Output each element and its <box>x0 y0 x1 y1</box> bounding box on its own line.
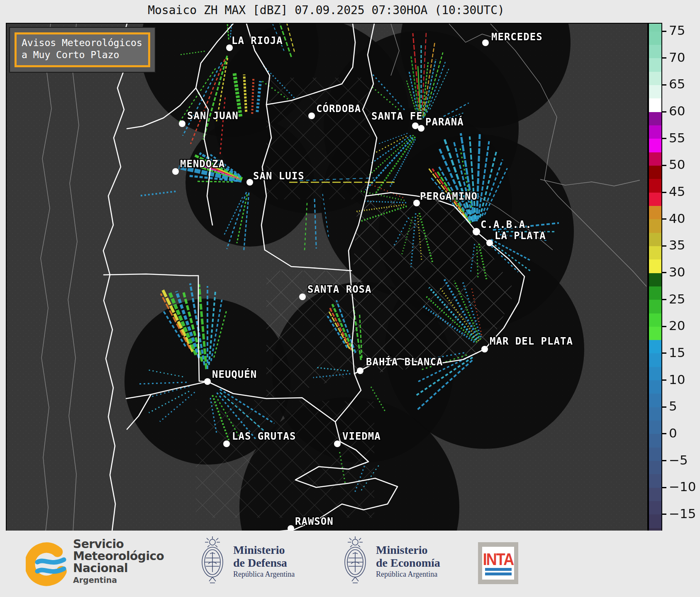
dbz-colorbar <box>648 23 662 531</box>
colorbar-band <box>649 219 661 233</box>
colorbar-band <box>649 501 661 514</box>
argentina-crest-icon <box>340 535 370 588</box>
colorbar-tick-label: 25 <box>669 291 685 306</box>
warning-box[interactable]: Avisos Meteorológicos a Muy Corto Plazo <box>10 28 155 72</box>
city-label: SAN JUAN <box>187 110 239 122</box>
colorbar-band <box>649 98 661 112</box>
city-label: PARANÁ <box>425 116 464 128</box>
ministerio-economia-block: Ministerio de Economía República Argenti… <box>340 535 440 588</box>
colorbar-tick <box>661 245 666 247</box>
colorbar-band <box>649 514 661 528</box>
colorbar-band <box>649 125 661 139</box>
colorbar-band <box>649 31 661 45</box>
city-label: CÓRDOBA <box>316 102 361 115</box>
colorbar-band <box>649 313 661 327</box>
colorbar-band <box>649 353 661 367</box>
colorbar-band <box>649 461 661 475</box>
city-label: SAN LUIS <box>253 170 305 182</box>
economia-line-1: Ministerio <box>376 544 440 557</box>
colorbar-tick <box>661 218 666 220</box>
city-label: SANTA ROSA <box>307 284 372 295</box>
colorbar-tick <box>661 57 666 59</box>
city-label: MAR DEL PLATA <box>490 335 573 347</box>
colorbar-tick-label: 20 <box>669 318 685 333</box>
colorbar-tick-label: 30 <box>669 264 685 279</box>
city-label: LA PLATA <box>495 230 546 242</box>
colorbar-tick-label: 75 <box>669 23 685 38</box>
city-dot-viedma <box>334 440 341 447</box>
argentina-crest-icon <box>198 535 227 588</box>
colorbar-tick <box>661 460 666 461</box>
colorbar-tick-label: −15 <box>669 506 696 521</box>
smn-sub: Argentina <box>73 575 164 585</box>
colorbar-tick <box>661 379 666 381</box>
inta-logo-inner: INTA <box>482 547 514 580</box>
city-dot-santa-rosa <box>299 294 306 300</box>
colorbar-band <box>649 487 661 501</box>
colorbar-band <box>649 447 661 461</box>
colorbar-tick-label: 65 <box>669 76 685 91</box>
city-label: MENDOZA <box>180 158 225 170</box>
colorbar-tick <box>661 433 666 434</box>
colorbar-band <box>649 259 661 273</box>
city-label: NEUQUÉN <box>212 368 257 380</box>
colorbar-tick-label: 40 <box>669 211 685 226</box>
ministerio-defensa-text: Ministerio de Defensa República Argentin… <box>233 544 295 579</box>
colorbar-tick-label: 35 <box>669 237 685 252</box>
colorbar-band <box>649 300 661 313</box>
colorbar-tick-label: 55 <box>669 130 685 145</box>
colorbar-band <box>649 421 661 434</box>
colorbar-band <box>649 192 661 206</box>
smn-text: Servicio Meteorológico Nacional Argentin… <box>73 538 164 590</box>
city-dot-mar-del-plata <box>481 346 488 352</box>
colorbar-band <box>649 24 661 32</box>
inta-logo: INTA <box>478 542 518 584</box>
city-dot-san-juan <box>179 120 185 127</box>
city-dot-pergamino <box>413 200 420 206</box>
colorbar-band <box>649 112 661 125</box>
colorbar-band <box>649 326 661 340</box>
city-dot-la-plata <box>486 240 493 246</box>
colorbar-band <box>649 206 661 219</box>
colorbar-band <box>649 246 661 259</box>
colorbar-band <box>649 152 661 166</box>
colorbar-band <box>649 340 661 354</box>
colorbar-band <box>649 407 661 421</box>
colorbar-tick-label: 50 <box>669 157 685 172</box>
city-dot-neuqu-n <box>204 378 211 385</box>
economia-line-2: de Economía <box>376 557 440 570</box>
inta-wordmark: INTA <box>483 552 513 567</box>
colorbar-tick-label: 10 <box>669 372 685 387</box>
city-label: LAS GRUTAS <box>232 431 296 442</box>
colorbar-tick <box>661 326 666 327</box>
colorbar-band <box>649 380 661 394</box>
colorbar-band <box>649 394 661 407</box>
smn-line-2: Meteorológico <box>73 550 164 562</box>
city-label: RAWSON <box>295 516 334 527</box>
smn-line-1: Servicio <box>73 538 164 550</box>
colorbar-band <box>649 179 661 193</box>
smn-sun-icon <box>26 538 67 590</box>
warning-box-inner: Avisos Meteorológicos a Muy Corto Plazo <box>15 32 150 67</box>
smn-logo-block: Servicio Meteorológico Nacional Argentin… <box>26 538 164 590</box>
colorbar-band <box>649 71 661 85</box>
economia-sub: República Argentina <box>376 570 440 579</box>
colorbar-band <box>649 474 661 488</box>
radar-map: LA RIOJAMERCEDESSAN JUANCÓRDOBASANTA FEP… <box>6 23 648 532</box>
colorbar-tick-label: 45 <box>669 184 685 199</box>
footer: Servicio Meteorológico Nacional Argentin… <box>0 531 700 597</box>
colorbar-band <box>649 85 661 98</box>
city-dot-san-luis <box>246 179 253 186</box>
colorbar-band <box>649 367 661 380</box>
colorbar-tick <box>661 514 666 515</box>
city-dot-bah-a-blanca <box>357 367 363 374</box>
city-dot-las-grutas <box>223 440 230 447</box>
colorbar-band <box>649 232 661 246</box>
smn-line-3: Nacional <box>73 562 164 574</box>
colorbar-tick-label: 5 <box>669 399 677 413</box>
page-title: Mosaico ZH MAX [dBZ] 07.09.2025 07:30HOA… <box>6 3 646 17</box>
colorbar-band <box>649 44 661 58</box>
warning-line-2: a Muy Corto Plazo <box>22 49 142 61</box>
city-dot-paran- <box>418 125 424 132</box>
radar-mosaic-page: Mosaico ZH MAX [dBZ] 07.09.2025 07:30HOA… <box>0 0 700 597</box>
